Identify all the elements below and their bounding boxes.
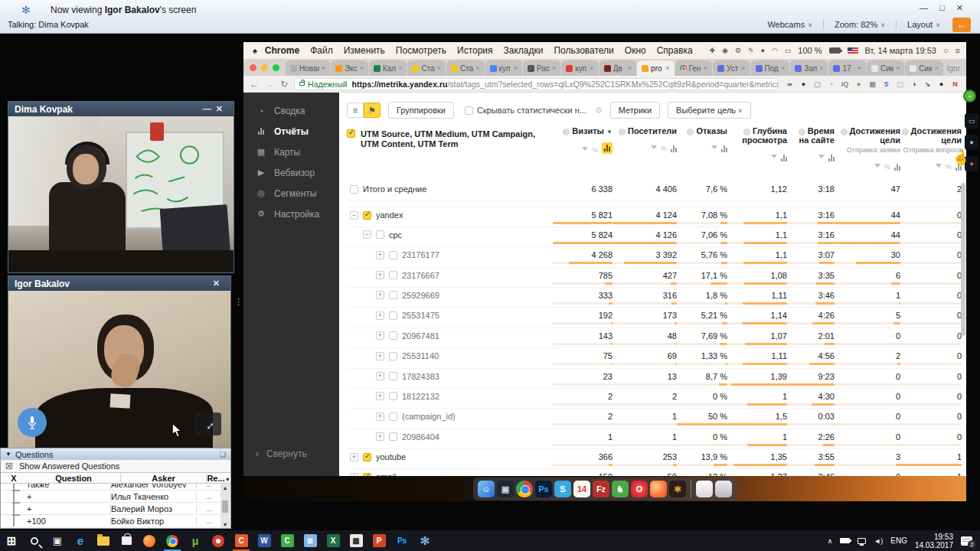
word-icon[interactable]: W: [253, 530, 276, 551]
mac-menu-item[interactable]: Пользователи: [554, 45, 613, 56]
input-language-flag-icon[interactable]: [848, 47, 858, 54]
expand-icon[interactable]: +: [376, 311, 384, 320]
column-header[interactable]: ? Визиты ▼%: [553, 126, 612, 171]
browser-tab[interactable]: Кал×: [369, 60, 407, 76]
browser-tab[interactable]: Ста×: [446, 60, 485, 76]
chart-icon[interactable]: [894, 164, 900, 171]
tab-close-icon[interactable]: ×: [398, 64, 402, 72]
tray-expand-icon[interactable]: ∧: [828, 537, 833, 545]
expand-icon[interactable]: +: [376, 352, 384, 360]
mac-menu-item[interactable]: Файл: [310, 45, 333, 56]
zoom-dropdown[interactable]: Zoom: 82%∨: [830, 20, 890, 29]
expand-icon[interactable]: +: [376, 271, 384, 279]
row-label[interactable]: 25531475: [402, 311, 439, 320]
browser-tab[interactable]: Ген×: [675, 60, 712, 76]
row-checkbox[interactable]: [350, 185, 358, 194]
camtasia-recorder-icon[interactable]: [207, 530, 230, 551]
airplay-icon[interactable]: ▭: [785, 47, 792, 54]
tab-close-icon[interactable]: ×: [858, 64, 861, 72]
sidebar-collapse-button[interactable]: ‹Свернуть: [256, 448, 307, 459]
extension-icon[interactable]: IQ: [840, 80, 850, 88]
input-language[interactable]: ENG: [890, 536, 907, 545]
table-row[interactable]: +231761774 2683 3925,76 %1,13:07300: [347, 247, 962, 267]
column-header[interactable]: ? Достижения целиОтправка заявки%: [835, 126, 900, 171]
skype-icon[interactable]: S: [554, 481, 571, 497]
filter-icon[interactable]: [711, 145, 717, 152]
table-row[interactable]: +259296693333161,8 %1,113:4610: [347, 288, 962, 308]
browser-tab[interactable]: Новая×: [286, 60, 330, 76]
sidebar-item-отчёты[interactable]: Отчёты: [243, 121, 339, 142]
chrome-icon[interactable]: [516, 481, 533, 497]
search-button[interactable]: [23, 530, 46, 551]
column-header[interactable]: ? Посетители%: [612, 126, 677, 171]
table-row[interactable]: +youtube36625313,9 %1,353:5531: [347, 449, 962, 469]
start-button[interactable]: ⊞: [0, 530, 23, 551]
tab-close-icon[interactable]: ×: [475, 64, 479, 72]
sidebar-item-сводка[interactable]: ◔Сводка: [243, 100, 339, 121]
browser-tab[interactable]: куп×: [485, 60, 522, 76]
row-label[interactable]: yandex: [376, 210, 403, 220]
expand-icon[interactable]: +: [350, 453, 358, 461]
powerpoint-icon[interactable]: P: [368, 530, 390, 551]
extension-icon[interactable]: S: [881, 80, 891, 88]
row-checkbox[interactable]: [389, 412, 397, 421]
chart-icon[interactable]: [721, 145, 727, 152]
table-row[interactable]: +1782438323138,7 %1,399:2300: [347, 369, 962, 389]
opera-icon[interactable]: O: [631, 481, 648, 497]
status-icon[interactable]: ✚: [710, 47, 716, 54]
row-checkbox[interactable]: [389, 352, 397, 360]
file-explorer-icon[interactable]: [92, 530, 115, 551]
table-row[interactable]: +20986404110 %12:2600: [347, 429, 962, 449]
row-checkbox[interactable]: [363, 453, 371, 461]
resize-handle-icon[interactable]: ⋮: [234, 297, 243, 307]
browser-tab[interactable]: Сик×: [867, 60, 904, 76]
extension-icon[interactable]: ●: [799, 80, 808, 88]
apple-menu-icon[interactable]: ♠: [253, 46, 257, 55]
table-row[interactable]: −yandex5 8214 1247,08 %1,13:16440: [347, 207, 962, 227]
green-c-icon[interactable]: C: [276, 530, 299, 551]
table-row[interactable]: Итого и средние6 3384 4067,6 %1,123:1847…: [347, 181, 962, 201]
browser-tab[interactable]: Экс×: [331, 60, 368, 76]
webcam-title-bar[interactable]: Igor Bakalov ✕: [8, 276, 230, 291]
forward-icon[interactable]: →: [265, 79, 274, 90]
chart-icon[interactable]: [671, 145, 677, 152]
expand-webcam-button[interactable]: ↔: [195, 412, 221, 435]
row-label[interactable]: 18122132: [402, 392, 439, 401]
filter-icon[interactable]: [651, 145, 657, 152]
extension-icon[interactable]: ▢: [812, 80, 822, 88]
more-button[interactable]: ...: [196, 505, 220, 513]
tab-close-icon[interactable]: ×: [322, 64, 325, 72]
mac-menu-item[interactable]: Окно: [625, 45, 646, 56]
row-checkbox[interactable]: [389, 311, 397, 320]
extension-icon[interactable]: N: [950, 80, 960, 88]
percent-icon[interactable]: %: [592, 146, 598, 154]
store-icon[interactable]: [115, 530, 138, 551]
metrics-button[interactable]: Метрики: [610, 102, 660, 119]
filter-icon[interactable]: [582, 147, 588, 154]
excel-icon[interactable]: X: [322, 530, 345, 551]
browser-tab[interactable]: Зап×: [790, 60, 828, 76]
percent-icon[interactable]: %: [946, 163, 952, 171]
tab-close-icon[interactable]: ×: [704, 64, 707, 72]
close-window-icon[interactable]: [250, 64, 256, 71]
window-controls[interactable]: — □ ✕: [920, 3, 968, 13]
mac-menu-item[interactable]: Закладки: [504, 45, 544, 56]
url-field[interactable]: Надежный https://metrika.yandex.ru /stat…: [294, 78, 779, 90]
column-header[interactable]: ? Время на сайте: [787, 126, 835, 171]
sidebar-item-сегменты[interactable]: ◎Сегменты: [243, 183, 339, 204]
status-icon[interactable]: ⚙: [735, 47, 741, 54]
row-label[interactable]: 20967481: [402, 331, 439, 341]
expand-icon[interactable]: +: [376, 432, 384, 441]
reload-icon[interactable]: ↻: [280, 79, 288, 90]
chrome-icon[interactable]: [161, 530, 184, 551]
table-row[interactable]: +(campaign_id)2150 %1,50:0300: [347, 409, 962, 429]
row-checkbox[interactable]: [389, 291, 397, 299]
collapse-triangle-icon[interactable]: ▼: [5, 451, 11, 458]
questions-scrollbar[interactable]: ▲ ▼: [220, 484, 230, 528]
row-label[interactable]: 25531140: [402, 351, 439, 360]
mac-menu-item[interactable]: Справка: [657, 45, 693, 56]
webcams-dropdown[interactable]: Webcams∨: [763, 20, 817, 29]
back-icon[interactable]: ←: [250, 79, 259, 90]
spotlight-icon[interactable]: ○: [943, 46, 949, 55]
task-view-button[interactable]: ▣: [46, 530, 69, 551]
